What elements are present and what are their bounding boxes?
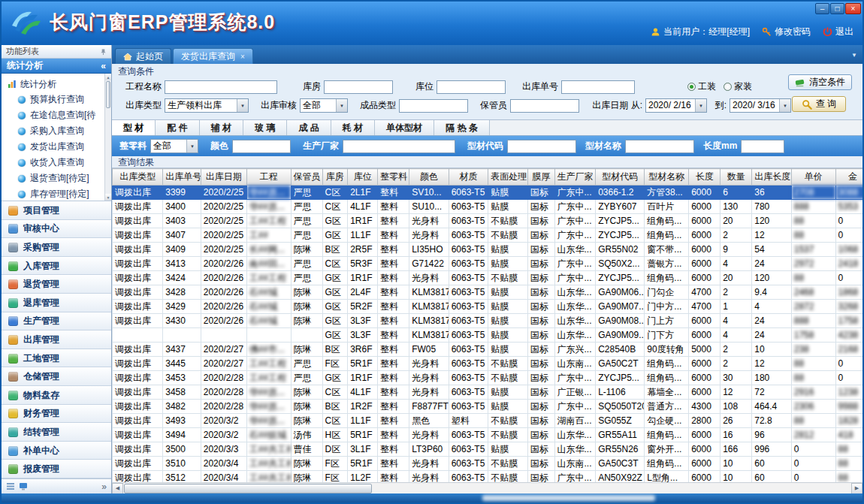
table-horizontal-scrollbar[interactable]: ◀ ▶ — [112, 482, 862, 493]
sidebar-module[interactable]: 工地管理 — [2, 349, 111, 368]
table-row[interactable]: 调拨出库33992020/2/25华##原...严思C区2L1F整料SV10..… — [113, 186, 863, 200]
column-header[interactable]: 整零料 — [378, 169, 409, 186]
table-row[interactable]: 调拨出库34072020/2/25工##严思G区1L1F整料光身料6063-T5… — [113, 228, 863, 243]
date-to-picker[interactable]: 2020/ 3/16 ▼ — [730, 98, 791, 113]
material-tab[interactable]: 隔 热 条 — [434, 120, 490, 135]
column-header[interactable]: 型材代码 — [596, 169, 645, 186]
color-input[interactable] — [232, 140, 291, 153]
column-header[interactable]: 单价 — [791, 169, 835, 186]
column-header[interactable]: 长度 — [689, 169, 721, 186]
sidebar-module[interactable]: 入库管理 — [2, 257, 111, 276]
column-header[interactable]: 保管员 — [291, 169, 322, 186]
table-row[interactable]: 调拨出库35002020/3/3工##共工程曹佳D区3L1F整料LT3P6060… — [113, 442, 863, 457]
tree-item[interactable]: 退货查询[待定] — [8, 171, 104, 186]
column-header[interactable]: 出库类型 — [113, 169, 163, 186]
hscroll-thumb[interactable] — [124, 484, 372, 493]
table-row[interactable]: 调拨出库34942020/3/2石##娱城汤伟H区5R1F整料光身料6063-T… — [113, 428, 863, 442]
material-tab[interactable]: 型 材 — [112, 120, 156, 135]
column-header[interactable]: 材质 — [449, 169, 488, 186]
column-header[interactable]: 膜厚 — [527, 169, 554, 186]
column-header[interactable]: 颜色 — [409, 169, 449, 186]
list-view-icon[interactable] — [6, 482, 15, 490]
table-row[interactable]: 调拨出库34582020/2/28华##原...陈琳C区4L1F整料光身料606… — [113, 385, 863, 400]
tab-overflow-caret-icon[interactable]: ▼ — [851, 52, 857, 59]
table-row[interactable]: 调拨出库34132020/2/26南##回...严思C区5R3F整料G71422… — [113, 257, 863, 271]
material-tab[interactable]: 单体型材 — [375, 120, 434, 135]
tree-item[interactable]: 采购入库查询 — [8, 123, 104, 139]
column-header[interactable]: 库房 — [322, 169, 348, 186]
order-no-input[interactable] — [561, 80, 635, 94]
column-header[interactable]: 出库长度 — [752, 169, 792, 186]
tab-close-icon[interactable]: × — [240, 53, 245, 61]
material-tab[interactable]: 辅 材 — [200, 120, 243, 135]
scroll-down-arrow[interactable]: ▼ — [105, 194, 111, 201]
table-row[interactable]: 调拨出库34002020/2/25华##原...严思C区4L1F整料SU10..… — [113, 200, 863, 214]
date-from-picker[interactable]: 2020/ 2/16 ▼ — [645, 98, 707, 113]
table-row[interactable]: 调拨出库34532020/2/28工##工程严思G区1R1F整料光身料6063-… — [113, 371, 863, 385]
sidebar-module[interactable]: 仓储管理 — [2, 367, 111, 386]
material-tab[interactable]: 耗 材 — [331, 120, 375, 135]
tree-item[interactable]: 发货出库查询 — [8, 139, 104, 155]
stats-section-header[interactable]: 统计分析 « — [2, 59, 111, 74]
table-row[interactable]: 调拨出库35102020/3/4工##共工程陈琳F区5R1F整料光身料6063-… — [113, 457, 863, 471]
manufacturer-input[interactable] — [343, 140, 455, 153]
minimize-button[interactable]: – — [815, 3, 829, 14]
length-input[interactable] — [741, 140, 784, 153]
material-tab[interactable]: 玻 璃 — [243, 120, 287, 135]
tree-item[interactable]: 在途信息查询[待 — [8, 107, 104, 123]
sidebar-module[interactable]: 结转管理 — [2, 423, 111, 442]
tree-item[interactable]: 预算执行查询 — [8, 92, 104, 107]
project-name-input[interactable] — [165, 80, 277, 94]
work-decoration-radio[interactable]: 工装 — [687, 80, 716, 93]
more-modules-button[interactable]: » — [101, 481, 107, 492]
table-row[interactable]: 调拨出库34932020/3/2华##原...陈琳C区1L1F整料黑色塑料不贴膜… — [113, 414, 863, 428]
table-row[interactable]: 调拨出库34242020/2/26工##工程严思G区1R1F整料光身料6063-… — [113, 271, 863, 285]
table-row[interactable]: 调拨出库34282020/2/26石##城陈琳G区2L4F整料KLM381760… — [113, 285, 863, 300]
tab-shipment-outbound-query[interactable]: 发货出库查询 × — [173, 48, 253, 64]
close-button[interactable]: × — [845, 3, 861, 14]
sidebar-module[interactable]: 项目管理 — [2, 201, 111, 220]
profile-name-input[interactable] — [625, 140, 694, 153]
column-header[interactable]: 金 — [835, 169, 862, 186]
tree-item[interactable]: 库存管理[待定] — [8, 186, 104, 201]
warehouse-input[interactable] — [324, 80, 393, 94]
tree-scroll-thumb[interactable] — [106, 81, 110, 108]
clear-conditions-button[interactable]: 清空条件 — [788, 74, 852, 90]
column-header[interactable]: 工程 — [246, 169, 291, 186]
column-header[interactable]: 生产厂家 — [554, 169, 596, 186]
table-row[interactable]: 调拨出库34822020/2/28华##原...陈琳B区1R2F整料F8877F… — [113, 400, 863, 414]
collapse-chevron-icon[interactable]: « — [101, 61, 106, 71]
sidebar-module[interactable]: 出库管理 — [2, 330, 111, 349]
home-decoration-radio[interactable]: 家装 — [724, 80, 752, 93]
sidebar-module[interactable]: 生产管理 — [2, 312, 111, 331]
table-row[interactable]: 调拨出库34092020/2/25长##网...陈琳B区2R5F整料LI35HO… — [113, 243, 863, 257]
sidebar-module[interactable]: 退货管理 — [2, 275, 111, 294]
whole-part-select[interactable]: 全部 ▼ — [150, 139, 198, 153]
tab-start-page[interactable]: 起始页 — [115, 48, 171, 64]
change-password-button[interactable]: 修改密码 — [762, 26, 811, 38]
keeper-input[interactable] — [510, 99, 579, 113]
sidebar-module[interactable]: 补单中心 — [2, 442, 111, 460]
sidebar-module[interactable]: 物料盘存 — [2, 386, 111, 405]
computer-icon[interactable] — [19, 482, 28, 490]
column-header[interactable]: 出库单号 — [163, 169, 201, 186]
maximize-button[interactable]: □ — [830, 3, 844, 14]
column-header[interactable]: 表面处理 — [488, 169, 528, 186]
column-header[interactable]: 库位 — [348, 169, 378, 186]
tree-scrollbar[interactable]: ▲ ▼ — [104, 74, 111, 201]
search-button[interactable]: 查 询 — [792, 96, 846, 112]
product-type-input[interactable] — [399, 99, 468, 113]
audit-select[interactable]: 全部 ▼ — [300, 98, 348, 113]
scroll-right-arrow[interactable]: ▶ — [851, 483, 862, 494]
sidebar-module[interactable]: 报废管理 — [2, 460, 111, 478]
tree-root[interactable]: 统计分析 — [8, 77, 104, 92]
column-header[interactable]: 数量 — [721, 169, 752, 186]
sidebar-module[interactable]: 退库管理 — [2, 294, 111, 312]
profile-code-input[interactable] — [507, 140, 576, 153]
sidebar-module[interactable]: 采购管理 — [2, 238, 111, 257]
material-tab[interactable]: 成 品 — [287, 120, 331, 135]
material-tab[interactable]: 配 件 — [156, 120, 199, 135]
table-row[interactable]: 调拨出库34032020/2/25工##工程严思G区1R1F整料光身料6063-… — [113, 214, 863, 228]
column-header[interactable]: 型材名称 — [645, 169, 689, 186]
scroll-left-arrow[interactable]: ◀ — [112, 483, 123, 494]
